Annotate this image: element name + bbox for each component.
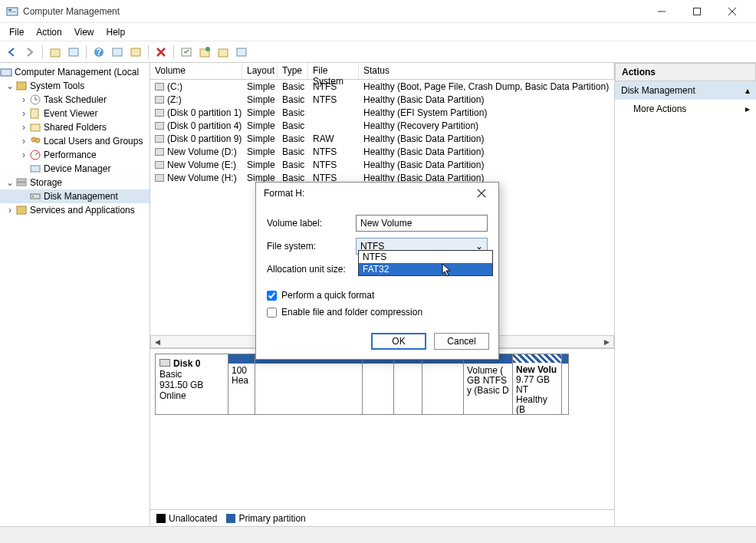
svg-rect-19 [237, 48, 246, 56]
expand-icon[interactable]: › [18, 122, 29, 133]
collapse-icon[interactable]: ⌄ [5, 177, 15, 188]
toolbar-icon-10[interactable] [233, 44, 250, 61]
partition[interactable]: 100Hea [228, 354, 255, 415]
tree-event-viewer[interactable]: ›Event Viewer [0, 107, 150, 120]
actions-disk-management[interactable]: Disk Management ▴ [615, 81, 756, 100]
scroll-left-icon[interactable]: ◄ [151, 336, 164, 347]
svg-rect-26 [31, 124, 40, 131]
filesystem-dropdown: NTFS FAT32 [358, 250, 493, 276]
expand-icon[interactable]: › [18, 108, 29, 119]
svg-rect-21 [17, 82, 26, 90]
partition[interactable] [561, 354, 569, 415]
cancel-button[interactable]: Cancel [434, 333, 489, 350]
svg-point-28 [35, 138, 40, 143]
table-row[interactable]: (Z:)SimpleBasicNTFSHealthy (Basic Data P… [150, 93, 614, 106]
menu-view[interactable]: View [68, 25, 100, 40]
svg-rect-4 [694, 8, 701, 15]
table-row[interactable]: New Volume (E:)SimpleBasicNTFSHealthy (B… [150, 158, 614, 171]
tree-system-tools[interactable]: ⌄System Tools [0, 79, 150, 93]
tree-root[interactable]: Computer Management (Local [0, 65, 150, 79]
drive-icon [155, 83, 164, 90]
tree-disk-management[interactable]: Disk Management [0, 189, 150, 203]
toolbar-icon-5[interactable] [127, 44, 144, 61]
scroll-right-icon[interactable]: ► [600, 336, 613, 347]
tree-task-scheduler[interactable]: ›Task Scheduler [0, 93, 150, 107]
dropdown-option-fat32[interactable]: FAT32 [359, 263, 492, 275]
tree-performance[interactable]: ›Performance [0, 148, 150, 162]
tree-device-manager[interactable]: Device Manager [0, 162, 150, 176]
column-header-layout[interactable]: Layout [242, 63, 278, 79]
back-button[interactable] [3, 44, 20, 61]
toolbar-icon-2[interactable] [65, 44, 82, 61]
table-row[interactable]: (Disk 0 partition 1)SimpleBasicHealthy (… [150, 106, 614, 119]
expand-icon[interactable]: › [18, 94, 29, 105]
toolbar-icon-4[interactable] [109, 44, 126, 61]
tree-label: System Tools [30, 81, 84, 91]
svg-rect-31 [31, 166, 40, 172]
disk-type: Basic [159, 369, 224, 380]
disk-info[interactable]: Disk 0 Basic 931.50 GB Online [155, 354, 228, 415]
disk-status: Online [159, 390, 224, 401]
menu-action[interactable]: Action [30, 25, 67, 40]
volume-label-input[interactable] [356, 215, 488, 232]
legend: Unallocated Primary partition [150, 509, 614, 526]
actions-pane: Actions Disk Management ▴ More Actions ▸ [615, 63, 756, 526]
partition[interactable] [362, 354, 394, 415]
svg-rect-33 [17, 183, 26, 186]
partition-selected[interactable]: New Volu9.77 GB NTHealthy (B [512, 354, 562, 415]
svg-rect-32 [17, 179, 26, 182]
title-bar: Computer Management [0, 0, 756, 23]
tree-storage[interactable]: ⌄Storage [0, 176, 150, 189]
tree-label: Event Viewer [44, 108, 97, 119]
tree-local-users[interactable]: ›Local Users and Groups [0, 134, 150, 148]
partition[interactable] [393, 354, 422, 415]
partition[interactable]: Volume (GB NTFSy (Basic D [463, 354, 513, 415]
table-row[interactable]: (Disk 0 partition 9)SimpleBasicRAWHealth… [150, 132, 614, 145]
table-row[interactable]: (C:)SimpleBasicNTFSHealthy (Boot, Page F… [150, 80, 614, 93]
quick-format-checkbox[interactable] [267, 291, 277, 301]
tree-shared-folders[interactable]: ›Shared Folders [0, 120, 150, 134]
help-icon[interactable]: ? [90, 44, 107, 61]
collapse-icon[interactable]: ⌄ [5, 81, 15, 91]
menu-file[interactable]: File [3, 25, 30, 40]
svg-rect-12 [131, 48, 140, 56]
column-header-filesystem[interactable]: File System [308, 63, 359, 79]
column-header-status[interactable]: Status [359, 63, 614, 79]
maximize-button[interactable] [679, 0, 715, 23]
forward-button[interactable] [21, 44, 38, 61]
column-header-type[interactable]: Type [278, 63, 308, 79]
svg-point-35 [32, 196, 34, 197]
table-row[interactable]: (Disk 0 partition 4)SimpleBasicHealthy (… [150, 119, 614, 132]
ok-button[interactable]: OK [371, 333, 426, 350]
toolbar-icon-8[interactable] [196, 44, 213, 61]
delete-icon[interactable] [153, 44, 169, 61]
app-icon [6, 5, 18, 18]
dropdown-option-ntfs[interactable]: NTFS [359, 251, 492, 263]
drive-icon [155, 122, 164, 130]
tree-label: Task Scheduler [44, 94, 107, 105]
table-row[interactable]: New Volume (D:)SimpleBasicNTFSHealthy (B… [150, 145, 614, 158]
toolbar-icon-9[interactable] [215, 44, 232, 61]
close-button[interactable] [715, 0, 750, 23]
tree-label: Computer Management (Local [15, 67, 139, 77]
tree-services[interactable]: ›Services and Applications [0, 203, 150, 217]
toolbar-icon-1[interactable] [47, 44, 64, 61]
toolbar-icon-7[interactable] [178, 44, 195, 61]
dialog-close-button[interactable] [472, 184, 491, 202]
column-header-volume[interactable]: Volume [150, 63, 242, 79]
compression-label: Enable file and folder compression [281, 307, 422, 318]
partition[interactable] [255, 354, 363, 415]
expand-icon[interactable]: › [5, 205, 15, 216]
more-actions[interactable]: More Actions ▸ [615, 100, 756, 118]
compression-checkbox[interactable] [267, 308, 277, 318]
drive-icon [155, 148, 164, 156]
minimize-button[interactable] [644, 0, 679, 23]
expand-icon[interactable]: › [18, 150, 29, 160]
partition[interactable] [422, 354, 464, 415]
tree-label: Disk Management [44, 191, 118, 202]
expand-icon[interactable]: › [18, 136, 29, 146]
volume-label-label: Volume label: [267, 218, 356, 229]
menu-help[interactable]: Help [100, 25, 132, 40]
mouse-cursor-icon [442, 263, 452, 278]
collapse-icon: ▴ [745, 85, 750, 96]
